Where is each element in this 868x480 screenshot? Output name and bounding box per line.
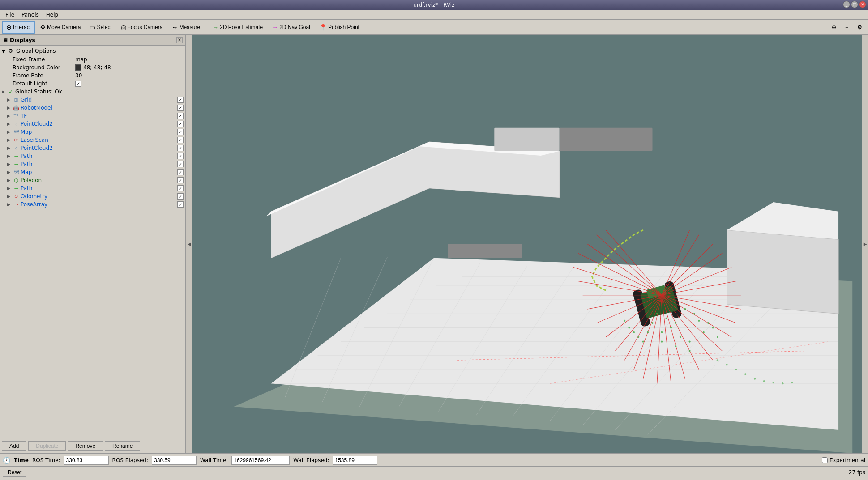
path-2-checkbox[interactable]: ✓ [177, 161, 184, 167]
svg-point-93 [744, 373, 746, 375]
pc2-1-expander: ▶ [7, 122, 13, 126]
menu-file[interactable]: File [2, 11, 18, 19]
map-1-checkbox[interactable]: ✓ [177, 129, 184, 135]
fps-label: 27 fps [849, 469, 865, 476]
move-camera-button[interactable]: ✥ Move Camera [36, 21, 85, 34]
menu-help[interactable]: Help [43, 11, 62, 19]
display-item-laserscan[interactable]: ▶ ⟳ LaserScan ✓ [0, 136, 185, 144]
ros-elapsed-input[interactable] [152, 456, 197, 465]
publish-point-button[interactable]: 📍 Publish Point [315, 21, 363, 34]
global-status-icon: ✓ [7, 88, 14, 95]
select-label: Select [97, 24, 111, 30]
laserscan-icon: ⟳ [13, 136, 20, 144]
focus-camera-button[interactable]: ◎ Focus Camera [117, 21, 167, 34]
grid-label: Grid [21, 97, 177, 103]
svg-point-83 [675, 345, 676, 347]
toolbar-minus-button[interactable]: − [841, 21, 852, 34]
svg-point-84 [689, 350, 691, 352]
pc2-1-icon: ⁘ [13, 120, 20, 127]
display-item-tf[interactable]: ▶ TF TF ✓ [0, 112, 185, 120]
display-item-polygon[interactable]: ▶ ⬡ Polygon ✓ [0, 176, 185, 184]
displays-close-button[interactable]: ✕ [176, 37, 183, 43]
laserscan-checkbox[interactable]: ✓ [177, 137, 184, 143]
global-options-expander: ▼ [2, 49, 8, 54]
path-1-expander: ▶ [7, 154, 13, 158]
global-options-header[interactable]: ▼ ⚙ Global Options [0, 47, 185, 55]
wall-elapsed-input[interactable] [333, 456, 377, 465]
interact-button[interactable]: ⊕ Interact [2, 21, 35, 34]
display-item-path-2[interactable]: ▶ → Path ✓ [0, 160, 185, 168]
path-3-checkbox[interactable]: ✓ [177, 185, 184, 191]
path-2-label: Path [21, 161, 177, 167]
pc2-2-checkbox[interactable]: ✓ [177, 145, 184, 151]
polygon-icon: ⬡ [13, 177, 20, 184]
background-color-label: Background Color [13, 64, 75, 71]
toolbar-settings-button[interactable]: ⚙ [853, 21, 866, 34]
posearray-checkbox[interactable]: ✓ [177, 201, 184, 208]
wall-time-input[interactable] [231, 456, 290, 465]
reset-button[interactable]: Reset [3, 468, 26, 477]
left-collapse-handle[interactable]: ◀ [186, 35, 192, 453]
polygon-expander: ▶ [7, 178, 13, 183]
map-2-checkbox[interactable]: ✓ [177, 169, 184, 175]
map-2-expander: ▶ [7, 170, 13, 174]
duplicate-button[interactable]: Duplicate [28, 441, 66, 451]
right-collapse-handle[interactable]: ▶ [862, 35, 868, 453]
frame-rate-value[interactable]: 30 [75, 72, 82, 79]
display-item-pointcloud2-1[interactable]: ▶ ⁘ PointCloud2 ✓ [0, 120, 185, 128]
grid-checkbox[interactable]: ✓ [177, 97, 184, 103]
svg-point-96 [773, 382, 774, 383]
select-button[interactable]: ▭ Select [86, 21, 115, 34]
global-status-row[interactable]: ▶ ✓ Global Status: Ok [0, 88, 185, 96]
window-controls: _ □ ✕ [843, 1, 866, 8]
displays-label: Displays [10, 37, 35, 43]
left-panel: 🖥 Displays ✕ ▼ ⚙ Global Options Fixed Fr… [0, 35, 186, 453]
remove-button[interactable]: Remove [68, 441, 103, 451]
rename-button[interactable]: Rename [105, 441, 140, 451]
time-title: Time [14, 457, 29, 463]
default-light-checkbox[interactable]: ✓ [75, 81, 81, 87]
odometry-label: Odometry [21, 193, 177, 200]
display-item-map-1[interactable]: ▶ 🗺 Map ✓ [0, 128, 185, 136]
display-item-path-3[interactable]: ▶ → Path ✓ [0, 184, 185, 192]
robotmodel-checkbox[interactable]: ✓ [177, 105, 184, 111]
pose-estimate-button[interactable]: → 2D Pose Estimate [208, 21, 267, 34]
toolbar-plus-button[interactable]: ⊕ [828, 21, 840, 34]
experimental-checkbox[interactable] [822, 457, 828, 463]
display-item-robotmodel[interactable]: ▶ 🤖 RobotModel ✓ [0, 104, 185, 112]
minimize-button[interactable]: _ [843, 1, 850, 8]
nav-goal-button[interactable]: → 2D Nav Goal [268, 21, 314, 34]
measure-button[interactable]: ↔ Measure [167, 21, 204, 34]
measure-label: Measure [179, 24, 200, 30]
odometry-checkbox[interactable]: ✓ [177, 193, 184, 200]
display-item-path-1[interactable]: ▶ → Path ✓ [0, 152, 185, 160]
ros-time-input[interactable] [64, 456, 109, 465]
polygon-checkbox[interactable]: ✓ [177, 177, 184, 183]
posearray-icon: ⇒ [13, 201, 20, 208]
main-layout: 🖥 Displays ✕ ▼ ⚙ Global Options Fixed Fr… [0, 35, 868, 453]
global-options-icon: ⚙ [8, 48, 15, 54]
viewport-3d[interactable] [192, 35, 862, 453]
pc2-2-icon: ⁘ [13, 144, 20, 152]
path-1-checkbox[interactable]: ✓ [177, 153, 184, 159]
display-item-pointcloud2-2[interactable]: ▶ ⁘ PointCloud2 ✓ [0, 144, 185, 152]
bottom-panel: 🕐 Time ROS Time: ROS Elapsed: Wall Time:… [0, 453, 868, 480]
display-item-map-2[interactable]: ▶ 🗺 Map ✓ [0, 168, 185, 176]
display-item-posearray[interactable]: ▶ ⇒ PoseArray ✓ [0, 200, 185, 208]
tf-checkbox[interactable]: ✓ [177, 113, 184, 119]
display-item-odometry[interactable]: ▶ ↻ Odometry ✓ [0, 192, 185, 200]
pc2-1-checkbox[interactable]: ✓ [177, 121, 184, 127]
odometry-expander: ▶ [7, 194, 13, 199]
close-button[interactable]: ✕ [859, 1, 866, 8]
posearray-label: PoseArray [21, 201, 177, 208]
add-button[interactable]: Add [2, 441, 26, 451]
background-color-value[interactable]: 48; 48; 48 [75, 64, 111, 71]
grid-expander: ▶ [7, 98, 13, 102]
svg-point-66 [656, 313, 658, 314]
svg-point-95 [763, 380, 765, 382]
frame-rate-label: Frame Rate [13, 72, 75, 79]
menu-panels[interactable]: Panels [18, 11, 43, 19]
display-item-grid[interactable]: ▶ ⊞ Grid ✓ [0, 96, 185, 104]
fixed-frame-value[interactable]: map [75, 56, 87, 63]
maximize-button[interactable]: □ [851, 1, 858, 8]
